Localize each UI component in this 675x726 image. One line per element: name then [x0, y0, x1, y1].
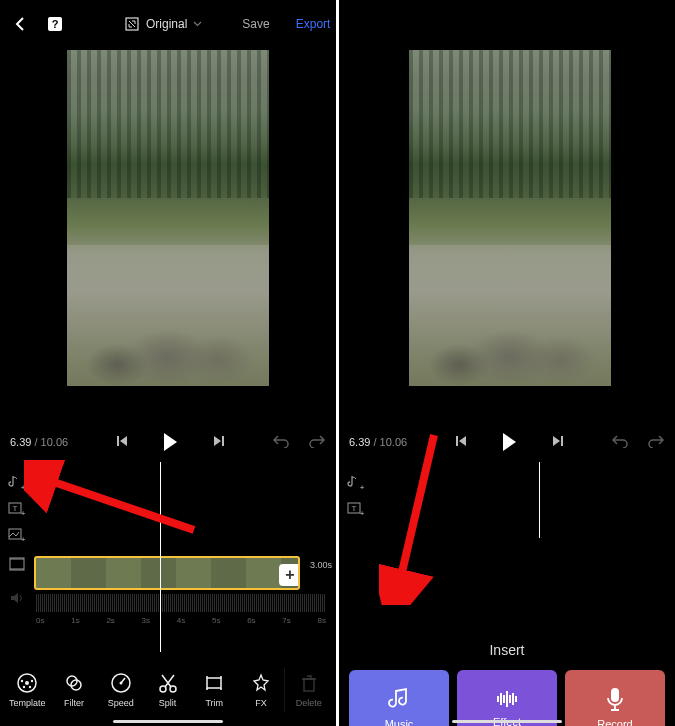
svg-text:T: T [351, 504, 356, 513]
template-button[interactable]: Template [4, 668, 51, 712]
playhead[interactable] [160, 462, 161, 652]
time-display: 6.39 / 10.06 [349, 436, 407, 448]
playback-bar: 6.39 / 10.06 [339, 422, 675, 462]
insert-title: Insert [339, 642, 675, 658]
playhead[interactable] [539, 462, 540, 538]
add-clip-button[interactable]: + [279, 564, 300, 586]
svg-rect-7 [9, 529, 21, 539]
add-clip-track-icon[interactable] [6, 554, 28, 574]
svg-text:?: ? [52, 18, 59, 30]
timeline-ruler: 0s 1s 2s 3s 4s 5s 6s 7s 8s [36, 616, 326, 630]
fx-button[interactable]: FX [238, 668, 285, 712]
play-button[interactable] [164, 433, 177, 451]
editor-screen-left: ? Original Save Export 6.39 / 10.06 [0, 0, 336, 726]
svg-rect-24 [304, 679, 314, 691]
music-card[interactable]: Music [349, 670, 449, 726]
redo-icon[interactable] [647, 434, 665, 450]
undo-icon[interactable] [272, 434, 290, 450]
video-preview[interactable] [409, 50, 611, 386]
chevron-down-icon [193, 21, 202, 27]
svg-rect-30 [611, 688, 619, 702]
speed-button[interactable]: Speed [97, 668, 144, 712]
svg-rect-27 [561, 436, 563, 446]
play-button[interactable] [503, 433, 516, 451]
bottom-toolbar: Template Filter Speed Split Trim FX Dele… [0, 668, 336, 712]
clip-duration-label: 3.00s [310, 560, 332, 570]
add-audio-track-icon[interactable]: + [345, 472, 367, 492]
svg-rect-9 [10, 558, 24, 560]
undo-icon[interactable] [611, 434, 629, 450]
top-bar: ? Original Save Export [0, 0, 336, 48]
prev-frame-icon[interactable] [455, 435, 467, 449]
filter-button[interactable]: Filter [51, 668, 98, 712]
editor-screen-right: 6.39 / 10.06 + T+ Insert [339, 0, 675, 726]
record-card[interactable]: Record [565, 670, 665, 726]
svg-text:T: T [12, 504, 17, 513]
add-text-track-icon[interactable]: T+ [345, 498, 367, 518]
svg-rect-3 [117, 436, 119, 446]
trim-button[interactable]: Trim [191, 668, 238, 712]
export-button[interactable]: Export [296, 17, 331, 31]
svg-point-12 [25, 681, 29, 685]
svg-rect-10 [10, 568, 24, 570]
effect-card[interactable]: Effect [457, 670, 557, 726]
aspect-label: Original [146, 17, 187, 31]
delete-button[interactable]: Delete [284, 668, 332, 712]
svg-point-14 [31, 680, 33, 682]
svg-point-13 [21, 680, 23, 682]
help-icon[interactable]: ? [46, 15, 64, 33]
playback-bar: 6.39 / 10.06 [0, 422, 336, 462]
add-image-track-icon[interactable]: + [6, 524, 28, 544]
svg-point-16 [29, 686, 31, 688]
video-clip[interactable]: + [34, 556, 300, 590]
video-preview[interactable] [67, 50, 269, 386]
aspect-ratio-selector[interactable]: Original [124, 16, 202, 32]
svg-point-15 [23, 686, 25, 688]
timeline[interactable]: + T+ [339, 462, 675, 552]
svg-point-20 [119, 682, 122, 685]
save-button[interactable]: Save [242, 17, 269, 31]
add-audio-track-icon[interactable]: + [6, 472, 28, 492]
timeline[interactable]: + T+ + + 3.00s 0s 1s 2s 3s 4s 5s 6s 7s [0, 462, 336, 662]
insert-cards: Music Effect Record [339, 670, 675, 726]
home-indicator [113, 720, 223, 723]
time-display: 6.39 / 10.06 [10, 436, 68, 448]
home-indicator [452, 720, 562, 723]
split-button[interactable]: Split [144, 668, 191, 712]
prev-frame-icon[interactable] [116, 435, 128, 449]
volume-icon[interactable] [6, 588, 28, 608]
next-frame-icon[interactable] [552, 435, 564, 449]
svg-rect-23 [207, 678, 221, 688]
next-frame-icon[interactable] [213, 435, 225, 449]
add-text-track-icon[interactable]: T+ [6, 498, 28, 518]
svg-rect-4 [222, 436, 224, 446]
audio-waveform [36, 594, 326, 612]
svg-rect-26 [456, 436, 458, 446]
back-icon[interactable] [14, 16, 26, 32]
redo-icon[interactable] [308, 434, 326, 450]
